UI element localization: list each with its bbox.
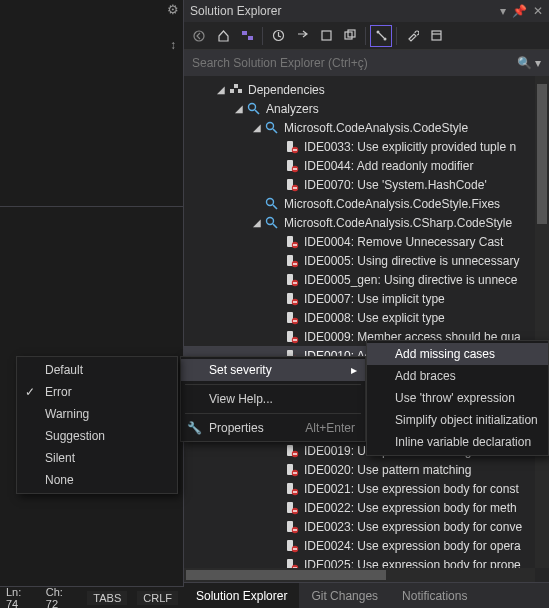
search-icon[interactable]: 🔍 ▾ <box>517 56 541 70</box>
menu-view-help[interactable]: View Help... <box>181 388 365 410</box>
tree-node-analyzers[interactable]: ◢ Analyzers <box>184 99 535 118</box>
dropdown-icon[interactable]: ▾ <box>500 4 506 18</box>
fix-inline-variable[interactable]: Inline variable declaration <box>367 431 548 453</box>
svg-rect-76 <box>293 548 297 549</box>
tree-node-diagnostic[interactable]: IDE0033: Use explicitly provided tuple n <box>184 137 535 156</box>
editor-pane: ⚙ ↕ <box>0 0 184 608</box>
tree-node-diagnostic[interactable]: IDE0020: Use pattern matching <box>184 460 535 479</box>
analyzer-icon <box>264 120 280 136</box>
show-all-files-icon[interactable] <box>370 25 392 47</box>
diagnostic-hidden-icon <box>284 538 300 554</box>
severity-warning[interactable]: Warning <box>17 403 177 425</box>
tree-node-diagnostic[interactable]: IDE0023: Use expression body for conve <box>184 517 535 536</box>
svg-point-0 <box>194 31 204 41</box>
tree-node-diagnostic[interactable]: IDE0021: Use expression body for const <box>184 479 535 498</box>
diagnostic-hidden-icon <box>284 500 300 516</box>
tree-node-diagnostic[interactable]: IDE0008: Use explicit type <box>184 308 535 327</box>
menu-set-severity[interactable]: Set severity ▸ <box>181 359 365 381</box>
quickfix-menu: Add missing cases Add braces Use 'throw'… <box>366 340 549 456</box>
pending-changes-icon[interactable] <box>267 25 289 47</box>
svg-rect-17 <box>293 149 297 150</box>
svg-rect-1 <box>242 31 247 35</box>
svg-rect-9 <box>432 31 441 40</box>
horizontal-scrollbar[interactable] <box>184 568 535 582</box>
svg-rect-40 <box>293 320 297 321</box>
solution-tree[interactable]: ◢ Dependencies ◢ Analyzers ◢ Microsoft.C… <box>184 76 535 568</box>
fix-use-throw[interactable]: Use 'throw' expression <box>367 387 548 409</box>
context-menu: Set severity ▸ View Help... 🔧 Properties… <box>180 356 366 442</box>
solution-explorer-panel: Solution Explorer ▾ 📌 ✕ <box>184 0 549 608</box>
tree-node-diagnostic[interactable]: IDE0024: Use expression body for opera <box>184 536 535 555</box>
tree-node-diagnostic[interactable]: IDE0070: Use 'System.HashCode' <box>184 175 535 194</box>
tree-node-package[interactable]: Microsoft.CodeAnalysis.CodeStyle.Fixes <box>184 194 535 213</box>
diagnostic-hidden-icon <box>284 139 300 155</box>
tree-node-diagnostic[interactable]: IDE0025: Use expression body for prope <box>184 555 535 568</box>
menu-properties[interactable]: 🔧 Properties Alt+Enter <box>181 417 365 439</box>
search-input[interactable] <box>192 56 472 70</box>
home-icon[interactable] <box>212 25 234 47</box>
status-line: Ln: 74 <box>6 586 36 609</box>
preview-icon[interactable] <box>425 25 447 47</box>
tree-node-package[interactable]: ◢ Microsoft.CodeAnalysis.CodeStyle <box>184 118 535 137</box>
switch-views-icon[interactable] <box>236 25 258 47</box>
diagnostic-hidden-icon <box>284 481 300 497</box>
tab-git-changes[interactable]: Git Changes <box>299 583 390 608</box>
svg-rect-23 <box>293 187 297 188</box>
properties-icon[interactable] <box>401 25 423 47</box>
tab-notifications[interactable]: Notifications <box>390 583 479 608</box>
diagnostic-hidden-icon <box>284 272 300 288</box>
svg-rect-43 <box>293 339 297 340</box>
status-col: Ch: 72 <box>46 586 78 609</box>
tree-node-diagnostic[interactable]: IDE0005_gen: Using directive is unnece <box>184 270 535 289</box>
status-line-ending[interactable]: CRLF <box>137 591 178 605</box>
fix-simplify-init[interactable]: Simplify object initialization <box>367 409 548 431</box>
close-icon[interactable]: ✕ <box>533 4 543 18</box>
tree-node-diagnostic[interactable]: IDE0004: Remove Unnecessary Cast <box>184 232 535 251</box>
collapse-arrow-icon[interactable]: ↕ <box>170 38 176 52</box>
tree-node-diagnostic[interactable]: IDE0044: Add readonly modifier <box>184 156 535 175</box>
sync-icon[interactable] <box>291 25 313 47</box>
svg-point-14 <box>267 122 274 129</box>
vertical-scrollbar[interactable] <box>535 76 549 568</box>
svg-rect-67 <box>293 491 297 492</box>
severity-default[interactable]: Default <box>17 359 177 381</box>
collapse-all-icon[interactable] <box>339 25 361 47</box>
diagnostic-hidden-icon <box>284 234 300 250</box>
svg-rect-31 <box>293 263 297 264</box>
refresh-icon[interactable] <box>315 25 337 47</box>
svg-rect-10 <box>230 89 234 93</box>
diagnostic-hidden-icon <box>284 158 300 174</box>
diagnostic-hidden-icon <box>284 443 300 459</box>
diagnostic-hidden-icon <box>284 519 300 535</box>
analyzer-icon <box>246 101 262 117</box>
toolbar <box>184 22 549 50</box>
severity-error[interactable]: ✓Error <box>17 381 177 403</box>
status-indent[interactable]: TABS <box>87 591 127 605</box>
tree-node-dependencies[interactable]: ◢ Dependencies <box>184 80 535 99</box>
tree-node-diagnostic[interactable]: IDE0007: Use implicit type <box>184 289 535 308</box>
svg-point-25 <box>267 217 274 224</box>
diagnostic-hidden-icon <box>284 310 300 326</box>
svg-rect-61 <box>293 453 297 454</box>
svg-rect-70 <box>293 510 297 511</box>
gear-icon[interactable]: ⚙ <box>167 2 179 17</box>
severity-silent[interactable]: Silent <box>17 447 177 469</box>
svg-rect-11 <box>238 89 242 93</box>
back-icon[interactable] <box>188 25 210 47</box>
search-bar[interactable]: 🔍 ▾ <box>184 50 549 76</box>
svg-rect-64 <box>293 472 297 473</box>
tree-node-diagnostic[interactable]: IDE0022: Use expression body for meth <box>184 498 535 517</box>
fix-add-missing-cases[interactable]: Add missing cases <box>367 343 548 365</box>
svg-rect-4 <box>322 31 331 40</box>
tree-node-package[interactable]: ◢ Microsoft.CodeAnalysis.CSharp.CodeStyl… <box>184 213 535 232</box>
fix-add-braces[interactable]: Add braces <box>367 365 548 387</box>
check-icon: ✓ <box>25 385 35 399</box>
svg-rect-2 <box>248 36 253 40</box>
diagnostic-hidden-icon <box>284 329 300 345</box>
severity-suggestion[interactable]: Suggestion <box>17 425 177 447</box>
severity-none[interactable]: None <box>17 469 177 491</box>
tree-node-diagnostic[interactable]: IDE0005: Using directive is unnecessary <box>184 251 535 270</box>
tab-solution-explorer[interactable]: Solution Explorer <box>184 583 299 608</box>
analyzer-icon <box>264 196 280 212</box>
pin-icon[interactable]: 📌 <box>512 4 527 18</box>
